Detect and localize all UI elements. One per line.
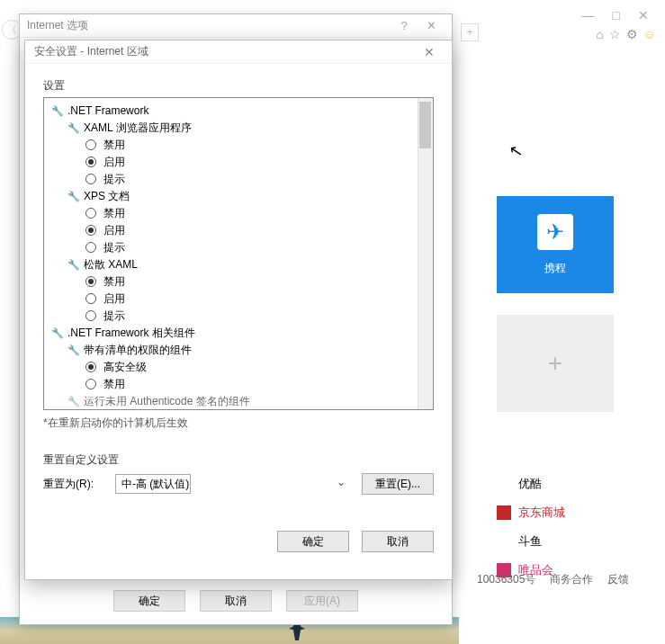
reset-level-select[interactable]: 中-高 (默认值)	[115, 474, 191, 494]
reset-button[interactable]: 重置(E)...	[362, 473, 434, 495]
radio-enable[interactable]: 启用	[49, 221, 427, 238]
restart-note: *在重新启动你的计算机后生效	[43, 416, 434, 431]
apply-button: 应用(A)	[286, 590, 358, 612]
star-icon[interactable]: ☆	[609, 27, 621, 41]
scrollbar[interactable]	[418, 98, 433, 409]
new-tab-button[interactable]: +	[461, 23, 479, 41]
tree-node-authenticode[interactable]: 🔧运行未用 Authenticode 签名的组件	[49, 392, 427, 409]
radio-enable[interactable]: 启用	[49, 290, 427, 307]
window-minimize[interactable]: —	[582, 8, 595, 22]
radio-disable[interactable]: 禁用	[49, 273, 427, 290]
footer-info: 10036305号 商务合作 反馈	[477, 572, 629, 587]
footer-icp[interactable]: 10036305号	[477, 572, 535, 587]
link-jd[interactable]: 京东商城	[497, 498, 565, 527]
home-icon[interactable]: ⌂	[596, 27, 603, 41]
close-button[interactable]: ✕	[416, 45, 443, 59]
tree-node-dotnet[interactable]: 🔧.NET Framework	[49, 102, 427, 119]
radio-disable[interactable]: 禁用	[49, 375, 427, 392]
settings-group-label: 设置	[43, 78, 434, 94]
radio-enable[interactable]: 启用	[49, 153, 427, 170]
gear-icon: 🔧	[51, 326, 64, 339]
security-settings-dialog: 安全设置 - Internet 区域 ✕ 设置 🔧.NET Framework …	[24, 40, 453, 580]
gear-icon: 🔧	[51, 104, 64, 117]
settings-tree[interactable]: 🔧.NET Framework 🔧XAML 浏览器应用程序 禁用 启用 提示 🔧…	[43, 97, 434, 410]
reset-group-label: 重置自定义设置	[43, 452, 434, 468]
dialog-title: Internet 选项	[27, 18, 88, 33]
radio-disable[interactable]: 禁用	[49, 204, 427, 221]
dialog-title: 安全设置 - Internet 区域	[34, 44, 148, 59]
radio-prompt[interactable]: 提示	[49, 307, 427, 324]
window-close[interactable]: ✕	[638, 8, 649, 22]
footer-biz[interactable]: 商务合作	[550, 572, 593, 587]
reset-to-label: 重置为(R):	[43, 477, 106, 492]
link-douyu[interactable]: 斗鱼	[497, 527, 565, 556]
radio-disable[interactable]: 禁用	[49, 136, 427, 153]
speed-dial-ctrip[interactable]: ✈ 携程	[497, 196, 614, 293]
tree-node-xps[interactable]: 🔧XPS 文档	[49, 187, 427, 204]
radio-prompt[interactable]: 提示	[49, 170, 427, 187]
radio-prompt[interactable]: 提示	[49, 238, 427, 255]
tile-label: 携程	[544, 261, 566, 276]
speed-dial-add[interactable]: +	[497, 315, 614, 412]
footer-feedback[interactable]: 反馈	[607, 572, 629, 587]
radio-high-security[interactable]: 高安全级	[49, 358, 427, 375]
ctrip-icon: ✈	[537, 214, 573, 250]
side-link-list: 优酷 京东商城 斗鱼 唯品会	[497, 470, 565, 585]
settings-icon[interactable]: ⚙	[626, 27, 638, 41]
help-button[interactable]: ?	[391, 19, 418, 32]
window-maximize[interactable]: □	[613, 8, 620, 22]
gear-icon: 🔧	[67, 395, 80, 407]
gear-icon: 🔧	[67, 121, 80, 134]
smiley-icon[interactable]: ☺	[643, 27, 656, 41]
mouse-cursor-icon: ↖	[508, 140, 525, 162]
tree-node-manifest-perm[interactable]: 🔧带有清单的权限的组件	[49, 341, 427, 358]
close-button[interactable]: ✕	[418, 19, 445, 32]
scrollbar-thumb[interactable]	[419, 102, 431, 148]
link-youku[interactable]: 优酷	[497, 470, 565, 498]
ok-button[interactable]: 确定	[113, 590, 185, 612]
gear-icon: 🔧	[67, 258, 80, 271]
gear-icon: 🔧	[67, 344, 80, 356]
tree-node-loose-xaml[interactable]: 🔧松散 XAML	[49, 255, 427, 273]
tree-node-dotnet-related[interactable]: 🔧.NET Framework 相关组件	[49, 324, 427, 341]
cancel-button[interactable]: 取消	[200, 590, 272, 612]
tree-node-xaml-browser[interactable]: 🔧XAML 浏览器应用程序	[49, 119, 427, 136]
cancel-button[interactable]: 取消	[362, 531, 434, 552]
ok-button[interactable]: 确定	[277, 531, 349, 552]
gear-icon: 🔧	[67, 190, 80, 202]
